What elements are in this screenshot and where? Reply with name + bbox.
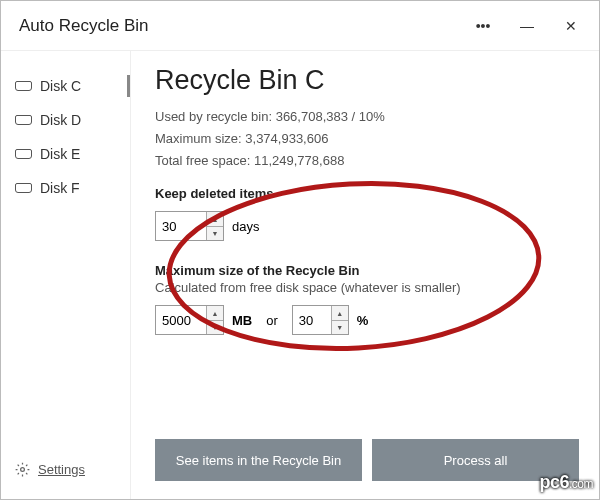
maxsize-sub: Calculated from free disk space (whateve…: [155, 280, 579, 295]
maxsize-mb-input[interactable]: [156, 306, 206, 334]
titlebar: Auto Recycle Bin ••• — ✕: [1, 1, 599, 51]
see-items-button[interactable]: See items in the Recycle Bin: [155, 439, 362, 481]
keep-days-unit: days: [232, 219, 259, 234]
disk-icon: [15, 115, 32, 125]
main-panel: Recycle Bin C Used by recycle bin: 366,7…: [131, 51, 599, 499]
spinner-buttons: ▲ ▼: [206, 306, 223, 334]
app-window: Auto Recycle Bin ••• — ✕ Disk C Disk D D…: [0, 0, 600, 500]
keep-items-row: ▲ ▼ days: [155, 211, 579, 241]
stat-free: Total free space: 11,249,778,688: [155, 150, 579, 172]
maxsize-pct-stepper[interactable]: ▲ ▼: [292, 305, 349, 335]
maxsize-mb-stepper[interactable]: ▲ ▼: [155, 305, 224, 335]
keep-days-input[interactable]: [156, 212, 206, 240]
spinner-buttons: ▲ ▼: [331, 306, 348, 334]
gear-icon: [15, 462, 30, 477]
pct-unit: %: [357, 313, 369, 328]
app-title: Auto Recycle Bin: [19, 16, 461, 36]
or-label: or: [266, 313, 278, 328]
page-title: Recycle Bin C: [155, 65, 579, 96]
settings-link[interactable]: Settings: [1, 448, 130, 499]
keep-items-label: Keep deleted items: [155, 186, 579, 201]
step-up-icon[interactable]: ▲: [332, 306, 348, 321]
sidebar: Disk C Disk D Disk E Disk F Settings: [1, 51, 131, 499]
disk-icon: [15, 183, 32, 193]
sidebar-item-disk-c[interactable]: Disk C: [1, 69, 130, 103]
keep-days-stepper[interactable]: ▲ ▼: [155, 211, 224, 241]
step-up-icon[interactable]: ▲: [207, 212, 223, 227]
disk-icon: [15, 149, 32, 159]
more-button[interactable]: •••: [461, 6, 505, 46]
disk-icon: [15, 81, 32, 91]
sidebar-item-label: Disk F: [40, 180, 80, 196]
process-all-button[interactable]: Process all: [372, 439, 579, 481]
mb-unit: MB: [232, 313, 252, 328]
step-up-icon[interactable]: ▲: [207, 306, 223, 321]
sidebar-item-label: Disk D: [40, 112, 81, 128]
sidebar-item-label: Disk E: [40, 146, 80, 162]
stat-used: Used by recycle bin: 366,708,383 / 10%: [155, 106, 579, 128]
stat-max: Maximum size: 3,374,933,606: [155, 128, 579, 150]
spinner-buttons: ▲ ▼: [206, 212, 223, 240]
sidebar-item-disk-e[interactable]: Disk E: [1, 137, 130, 171]
maxsize-label: Maximum size of the Recycle Bin: [155, 263, 579, 278]
sidebar-item-disk-d[interactable]: Disk D: [1, 103, 130, 137]
minimize-button[interactable]: —: [505, 6, 549, 46]
settings-label: Settings: [38, 462, 85, 477]
action-bar: See items in the Recycle Bin Process all: [155, 439, 579, 481]
sidebar-item-disk-f[interactable]: Disk F: [1, 171, 130, 205]
close-button[interactable]: ✕: [549, 6, 593, 46]
body: Disk C Disk D Disk E Disk F Settings Rec…: [1, 51, 599, 499]
sidebar-item-label: Disk C: [40, 78, 81, 94]
step-down-icon[interactable]: ▼: [207, 321, 223, 335]
step-down-icon[interactable]: ▼: [332, 321, 348, 335]
svg-point-0: [21, 468, 25, 472]
maxsize-row: ▲ ▼ MB or ▲ ▼ %: [155, 305, 579, 335]
maxsize-pct-input[interactable]: [293, 306, 331, 334]
step-down-icon[interactable]: ▼: [207, 227, 223, 241]
